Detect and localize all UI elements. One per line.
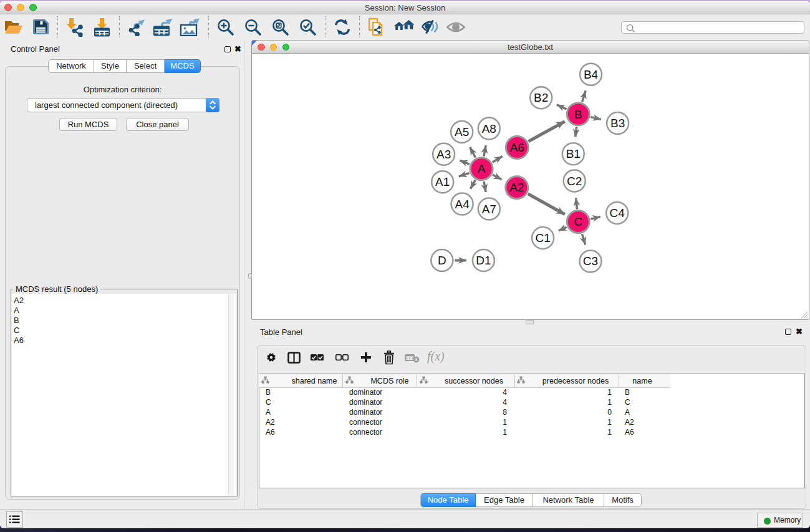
- svg-text:B4: B4: [584, 68, 599, 81]
- svg-text:B2: B2: [534, 91, 548, 104]
- svg-text:C: C: [574, 215, 582, 228]
- svg-text:C3: C3: [583, 254, 598, 268]
- svg-text:B1: B1: [566, 147, 581, 160]
- svg-text:C1: C1: [535, 231, 550, 244]
- svg-text:A3: A3: [436, 148, 451, 161]
- svg-text:D: D: [438, 254, 446, 267]
- svg-text:A6: A6: [510, 141, 524, 154]
- svg-text:A1: A1: [435, 175, 450, 188]
- svg-text:D1: D1: [476, 254, 491, 267]
- svg-text:A: A: [478, 162, 486, 175]
- svg-text:B3: B3: [610, 117, 625, 130]
- svg-text:C4: C4: [610, 206, 625, 220]
- svg-text:A7: A7: [482, 203, 496, 216]
- svg-text:C2: C2: [567, 175, 582, 188]
- svg-text:B: B: [574, 108, 582, 121]
- svg-text:A2: A2: [509, 181, 524, 194]
- svg-text:A5: A5: [455, 125, 469, 138]
- svg-text:A8: A8: [482, 122, 496, 135]
- svg-text:A4: A4: [455, 198, 470, 211]
